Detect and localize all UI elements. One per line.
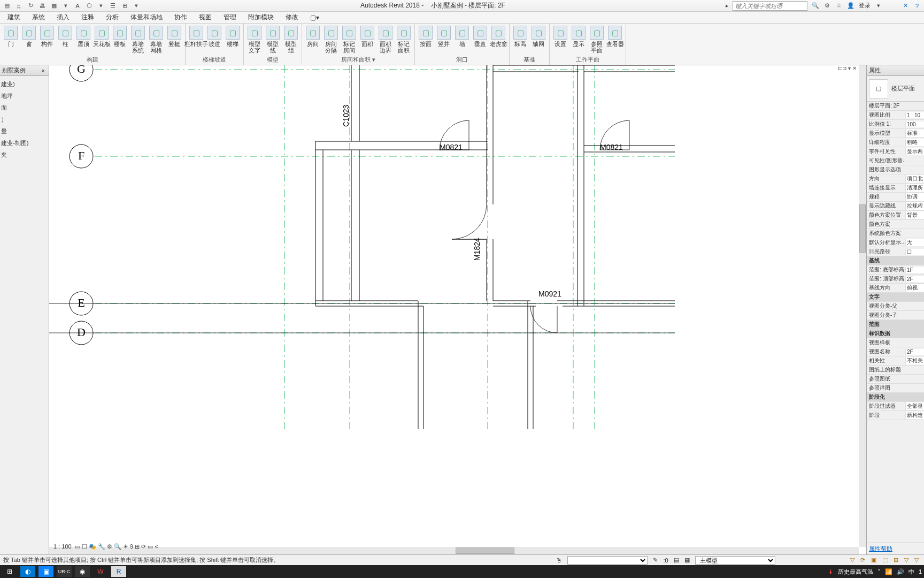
h-scroll-thumb[interactable] xyxy=(456,547,514,554)
viewbar-icon[interactable]: 🔍 xyxy=(114,543,121,550)
ribbon-button[interactable]: ▢窗 xyxy=(20,25,37,55)
ribbon-button[interactable]: ▢标记 面积 xyxy=(395,25,412,55)
prop-value[interactable]: 新构造 xyxy=(905,412,924,419)
menu-massing[interactable]: 体量和场地 xyxy=(125,11,168,24)
ribbon-button[interactable]: ▢轴网 xyxy=(530,25,547,55)
horizontal-scrollbar[interactable] xyxy=(49,547,859,554)
prop-row[interactable]: 零件可见性显示两 xyxy=(867,147,924,156)
properties-panel[interactable]: 属性 ▢ 楼层平面 楼层平面: 2F 视图比例1 : 10比例值 1:100显示… xyxy=(866,65,924,554)
ribbon-button[interactable]: ▢参照 平面 xyxy=(588,25,605,55)
prop-row[interactable]: 视图名称2F xyxy=(867,347,924,356)
app-icon-2[interactable]: UR-C xyxy=(57,566,72,577)
menu-systems[interactable]: 系统 xyxy=(27,11,50,24)
prop-row[interactable]: 视图比例1 : 10 xyxy=(867,111,924,120)
prop-value[interactable]: 不相关 xyxy=(905,357,924,364)
prop-row[interactable]: 范围: 顶部标高2F xyxy=(867,275,924,284)
menu-view[interactable]: 视图 xyxy=(194,11,217,24)
ribbon-button[interactable]: ▢标记 房间 xyxy=(341,25,358,55)
ribbon-button[interactable]: ▢楼板 xyxy=(111,25,128,55)
properties-list[interactable]: 视图比例1 : 10比例值 1:100显示模型标准详细程度粗略零件可见性显示两可… xyxy=(867,111,924,543)
ribbon-button[interactable]: ▢竖井 xyxy=(435,25,452,55)
v-scroll-thumb[interactable] xyxy=(859,204,866,253)
wps-icon[interactable]: W xyxy=(93,566,108,577)
prop-value[interactable]: 全部显 xyxy=(905,402,924,410)
text-icon[interactable]: A xyxy=(74,2,81,10)
exchange-icon[interactable]: ✕ xyxy=(902,2,909,10)
close-icon[interactable]: × xyxy=(40,67,47,74)
tree-item[interactable]: 地坪 xyxy=(1,90,48,102)
start-button[interactable]: ⊞ xyxy=(2,566,17,577)
ribbon-button[interactable]: ▢查看器 xyxy=(606,25,623,55)
ribbon-button[interactable]: ▢屋顶 xyxy=(75,25,92,55)
prop-value[interactable]: 背景 xyxy=(905,211,924,219)
menu-modify[interactable]: 修改 xyxy=(280,11,304,24)
ribbon-button[interactable]: ▢楼梯 xyxy=(224,25,241,55)
ribbon-button[interactable]: ▢模型 文字 xyxy=(246,25,263,55)
favorite-icon[interactable]: ☆ xyxy=(835,2,843,10)
tree-item[interactable]: 夹 xyxy=(1,149,48,161)
ribbon-button[interactable]: ▢房间 xyxy=(304,25,321,55)
project-browser[interactable]: 别墅案例 × 建业)地坪面）量建业-制图)夹 xyxy=(0,65,49,554)
menu-panel-selector[interactable]: ▢▾ xyxy=(305,12,325,23)
signin-dropdown-icon[interactable]: ▾ xyxy=(875,2,882,10)
ribbon-button[interactable]: ▢面积 xyxy=(359,25,376,55)
prop-value[interactable]: 粗略 xyxy=(905,139,924,146)
tree-item[interactable]: ） xyxy=(1,113,48,125)
ribbon-button[interactable]: ▢老虎窗 xyxy=(490,25,507,55)
scale-selector[interactable]: 1 : 100 xyxy=(53,543,72,550)
prop-value[interactable]: 显示两 xyxy=(905,148,924,155)
prop-value[interactable]: 标准 xyxy=(905,130,924,137)
ribbon-button[interactable]: ▢垂直 xyxy=(472,25,489,55)
prop-row[interactable]: 显示隐藏线按规程 xyxy=(867,202,924,211)
prop-row[interactable]: 颜色方案位置背景 xyxy=(867,211,924,220)
prop-value[interactable]: 100 xyxy=(905,121,924,127)
close-hidden-icon[interactable]: ⊞ xyxy=(121,2,128,10)
section-icon[interactable]: ▾ xyxy=(97,2,105,10)
properties-help-link[interactable]: 属性帮助 xyxy=(867,543,924,554)
menu-annotate[interactable]: 注释 xyxy=(76,11,99,24)
search-icon[interactable]: 🔍 xyxy=(812,2,819,10)
prop-row[interactable]: 图纸上的标题 xyxy=(867,366,924,375)
ribbon-button[interactable]: ▢设置 xyxy=(552,25,569,55)
ribbon-button[interactable]: ▢构件 xyxy=(38,25,56,55)
viewbar-icon[interactable]: 🎭 xyxy=(89,543,96,550)
obs-icon[interactable]: ◉ xyxy=(75,566,90,577)
filter-icon[interactable]: ▤ xyxy=(674,557,679,564)
tree-item[interactable]: 建业-制图) xyxy=(1,137,48,149)
prop-row[interactable]: 阶段新构造 xyxy=(867,411,924,420)
viewbar-icon[interactable]: ▭ xyxy=(148,543,153,550)
prop-row[interactable]: 详细程度粗略 xyxy=(867,138,924,147)
prop-row[interactable]: 视图分类-子 xyxy=(867,311,924,320)
ribbon-button[interactable]: ▢幕墙 系统 xyxy=(129,25,147,55)
measure-icon[interactable]: ▦ xyxy=(50,2,58,10)
prop-row[interactable]: 规程协调 xyxy=(867,193,924,202)
prop-row[interactable]: 可见性/图形替… xyxy=(867,156,924,165)
prop-value[interactable]: 2F xyxy=(905,276,924,282)
prop-row[interactable]: 方向项目北 xyxy=(867,174,924,184)
viewbar-icon[interactable]: 9 xyxy=(130,543,133,550)
ribbon-button[interactable]: ▢墙 xyxy=(453,25,471,55)
ribbon-button[interactable]: ▢房间 分隔 xyxy=(322,25,340,55)
app-icon-1[interactable]: ▣ xyxy=(38,566,53,577)
ribbon-button[interactable]: ▢栏杆扶手 xyxy=(188,25,205,55)
prop-row[interactable]: 显示模型标准 xyxy=(867,129,924,138)
edge-icon[interactable]: ◐ xyxy=(20,566,35,577)
ribbon-button[interactable]: ▢按面 xyxy=(417,25,434,55)
undo-icon[interactable]: ⎌ xyxy=(15,2,22,10)
viewbar-icon[interactable]: ▭ xyxy=(75,543,80,550)
ime-indicator[interactable]: 中 xyxy=(908,568,914,576)
ribbon-button[interactable]: ▢面积 边界 xyxy=(377,25,394,55)
thin-lines-icon[interactable]: ☰ xyxy=(109,2,117,10)
redo-icon[interactable]: ↻ xyxy=(27,2,34,10)
prop-row[interactable]: 基线方向俯视 xyxy=(867,284,924,293)
workset-combo[interactable] xyxy=(567,556,648,565)
prop-row[interactable]: 阶段过滤器全部显 xyxy=(867,402,924,411)
ribbon-button[interactable]: ▢幕墙 网格 xyxy=(148,25,165,55)
revit-task-icon[interactable]: R xyxy=(111,566,126,577)
prop-value[interactable]: 无 xyxy=(905,239,924,246)
viewbar-icon[interactable]: ⟳ xyxy=(141,543,146,550)
prop-row[interactable]: 日光路径☐ xyxy=(867,247,924,256)
switch-win-icon[interactable]: ▾ xyxy=(133,2,140,10)
prop-value[interactable]: 俯视 xyxy=(905,284,924,292)
ribbon-button[interactable]: ▢坡道 xyxy=(206,25,223,55)
